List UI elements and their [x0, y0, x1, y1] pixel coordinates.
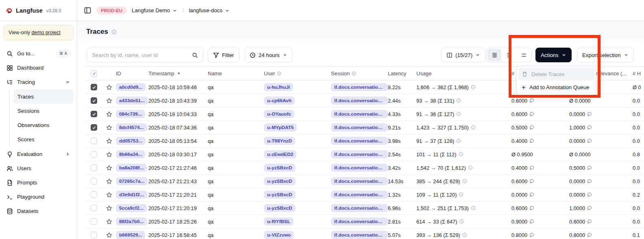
row-checkbox[interactable]	[91, 151, 97, 158]
session-id-badge[interactable]: lf.docs.conversation...	[331, 217, 388, 226]
header-id[interactable]: ID	[116, 70, 148, 77]
comment-icon[interactable]	[529, 232, 534, 237]
sidebar-item-tracing[interactable]: Tracing	[3, 75, 74, 89]
search-icon[interactable]	[192, 52, 198, 58]
star-icon[interactable]	[106, 138, 112, 144]
column-visibility-button[interactable]: (15/27)	[441, 48, 485, 62]
select-all-checkbox[interactable]	[91, 70, 97, 77]
row-checkbox[interactable]	[91, 111, 97, 117]
star-icon[interactable]	[106, 232, 112, 238]
user-id-badge[interactable]: u-yzSBxcD	[264, 191, 296, 199]
search-box[interactable]	[87, 48, 203, 62]
table-row[interactable]: 88f2a7b0... 2025-02-17 18:25:26 qa u-f0Y…	[86, 215, 644, 228]
comment-icon[interactable]	[529, 179, 534, 184]
row-checkbox[interactable]	[91, 164, 97, 171]
filter-button[interactable]: Filter	[208, 48, 239, 62]
session-id-badge[interactable]: lf.docs.conversation...	[331, 123, 388, 132]
user-id-badge[interactable]: u-f0YfBSL	[264, 217, 294, 226]
session-id-badge[interactable]: lf.docs.conversation...	[331, 204, 388, 212]
row-checkbox[interactable]	[91, 218, 97, 225]
user-id-badge[interactable]: u-VIZzvwo	[264, 231, 294, 239]
row-checkbox[interactable]	[91, 124, 97, 131]
user-id-badge[interactable]: u-cp66Avh	[264, 96, 295, 105]
sidebar-item-evaluation[interactable]: Evaluation	[3, 147, 74, 161]
trace-id-badge[interactable]: 5cca9cf2...	[116, 204, 147, 212]
comment-icon[interactable]	[587, 112, 592, 116]
table-row[interactable]: 5cca9cf2... 2025-02-17 21:20:19 qa u-yzS…	[86, 202, 644, 215]
sidebar-item-prompts[interactable]: Prompts	[3, 175, 74, 190]
header-last[interactable]: # H	[633, 70, 644, 77]
star-icon[interactable]	[106, 192, 112, 198]
row-checkbox[interactable]	[91, 191, 97, 198]
sidebar-item-dashboard[interactable]: Dashboard	[3, 61, 74, 75]
export-selection-button[interactable]: Export selection	[577, 48, 634, 62]
trace-id-badge[interactable]: ba8a208f...	[116, 164, 147, 172]
table-row[interactable]: 8b66a34... 2025-02-18 03:30:17 qa u-zEwd…	[86, 148, 644, 161]
trace-id-badge[interactable]: a0cd0d9...	[116, 83, 146, 91]
org-selector[interactable]: Langfuse Demo	[132, 7, 177, 13]
comment-icon[interactable]	[587, 206, 592, 210]
actions-button[interactable]: Actions	[535, 48, 572, 62]
row-checkbox[interactable]	[91, 232, 97, 238]
star-icon[interactable]	[106, 178, 112, 184]
header-latency[interactable]: Latency	[388, 70, 416, 77]
session-id-badge[interactable]: lf.docs.conversation...	[331, 231, 388, 239]
table-row[interactable]: d3e9d1f2... 2025-02-17 21:20:21 qa u-yzS…	[86, 188, 644, 202]
table-row[interactable]: a433de51... 2025-02-18 10:43:39 qa u-cp6…	[86, 94, 644, 107]
user-id-badge[interactable]: u-T98YnzD	[264, 137, 295, 145]
table-row[interactable]: dd05753... 2025-02-18 05:13:54 qa u-T98Y…	[86, 134, 644, 148]
table-row[interactable]: 084c739... 2025-02-18 10:04:33 qa u-OYau…	[86, 107, 644, 121]
row-checkbox[interactable]	[91, 97, 97, 104]
header-name[interactable]: Name	[208, 70, 264, 77]
comment-icon[interactable]	[587, 192, 592, 197]
project-selector[interactable]: langfuse-docs	[189, 7, 230, 13]
comment-icon[interactable]	[529, 112, 534, 116]
trace-id-badge[interactable]: 8dcf4574...	[116, 123, 147, 132]
trace-id-badge[interactable]: a433de51...	[116, 96, 148, 105]
session-id-badge[interactable]: lf.docs.conversation...	[331, 164, 388, 172]
sidebar-item-scores[interactable]: Scores	[13, 132, 74, 147]
user-id-badge[interactable]: u-yzSBxcD	[264, 204, 296, 212]
sidebar-item-observations[interactable]: Observations	[13, 118, 74, 132]
table-row[interactable]: b669529... 2025-02-17 16:58:45 qa u-VIZz…	[86, 228, 644, 239]
session-id-badge[interactable]: lf.docs.conversation...	[331, 191, 388, 199]
trace-id-badge[interactable]: dd05753...	[116, 137, 146, 145]
comment-icon[interactable]	[587, 179, 592, 184]
time-range-button[interactable]: 24 hours	[244, 48, 293, 62]
user-id-badge[interactable]: u-huJhuJi	[264, 83, 293, 91]
trace-id-badge[interactable]: 8b66a34...	[116, 150, 145, 158]
header-session[interactable]: Session	[331, 70, 388, 77]
sidebar-item-traces[interactable]: Traces	[13, 90, 74, 104]
comment-icon[interactable]	[587, 219, 592, 224]
table-row[interactable]: 8dcf4574... 2025-02-18 07:34:36 qa u-MYp…	[86, 121, 644, 134]
comment-icon[interactable]	[529, 206, 534, 210]
table-row[interactable]: 07265c7a... 2025-02-17 21:21:43 qa u-yzS…	[86, 175, 644, 188]
user-id-badge[interactable]: u-MYpDAT5	[264, 123, 297, 132]
trace-id-badge[interactable]: 88f2a7b0...	[116, 217, 147, 226]
comment-icon[interactable]	[587, 138, 592, 143]
star-icon[interactable]	[106, 125, 112, 131]
row-checkbox[interactable]	[91, 138, 97, 144]
star-icon[interactable]	[106, 151, 112, 158]
star-icon[interactable]	[106, 205, 112, 211]
star-icon[interactable]	[106, 165, 112, 171]
user-id-badge[interactable]: u-yzSBxcD	[264, 164, 296, 172]
row-checkbox[interactable]	[91, 178, 97, 184]
demo-project-link[interactable]: demo project	[32, 30, 61, 35]
search-input[interactable]	[92, 52, 185, 58]
header-usage[interactable]: Usage	[416, 70, 511, 77]
user-id-badge[interactable]: u-yzSBxcD	[264, 177, 296, 185]
sidebar-item-sessions[interactable]: Sessions	[13, 104, 74, 118]
header-user[interactable]: User	[264, 70, 331, 77]
header-relevance[interactable]: relevance (...	[596, 70, 633, 77]
sidebar-toggle-icon[interactable]	[84, 7, 91, 14]
comment-icon[interactable]	[587, 165, 592, 170]
comment-icon[interactable]	[587, 125, 592, 130]
user-id-badge[interactable]: u-OYauofc	[264, 110, 294, 118]
trace-id-badge[interactable]: 084c739...	[116, 110, 145, 118]
star-icon[interactable]	[106, 219, 112, 225]
comment-icon[interactable]	[529, 125, 534, 130]
star-icon[interactable]	[106, 111, 112, 117]
star-icon[interactable]	[106, 84, 112, 90]
trace-id-badge[interactable]: d3e9d1f2...	[116, 191, 147, 199]
